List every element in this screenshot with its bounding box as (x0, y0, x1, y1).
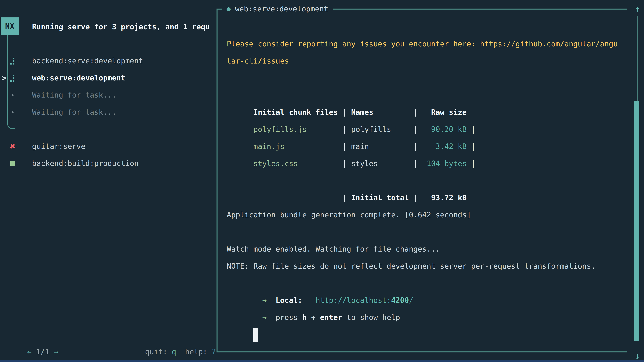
bundle-complete-message: Application bundle generation complete. … (227, 206, 626, 223)
spinner-icon (9, 52, 16, 69)
column-header: Initial chunk files (254, 104, 342, 121)
window-bottom-edge (0, 360, 644, 362)
output-panel-title-text: web:serve:development (235, 4, 328, 13)
task-row[interactable]: web:serve:development (0, 69, 215, 86)
help-label: help: (185, 348, 207, 356)
task-row[interactable]: backend:serve:development (0, 52, 215, 69)
keyboard-hints: quit:qhelp:? (127, 326, 216, 343)
nx-terminal-ui: NX Running serve for 3 projects, and 1 r… (0, 0, 644, 362)
terminal-cursor (254, 328, 258, 342)
scrollbar-thumb[interactable] (634, 101, 639, 341)
waiting-dot-icon (9, 86, 16, 104)
help-key: ? (212, 348, 216, 356)
chunk-name: polyfills (351, 121, 414, 138)
help-hint-post: to show help (347, 313, 400, 322)
chunk-size: 104 bytes (418, 155, 466, 172)
table-header-row: Initial chunk files| Names|Raw size (227, 87, 626, 104)
scroll-up-arrow-icon[interactable]: ↑ (632, 1, 642, 16)
task-label: backend:build:production (32, 155, 139, 172)
prompt-arrow-icon: → (262, 296, 267, 305)
scrollbar-track[interactable] (636, 16, 636, 101)
chunk-name: styles (351, 155, 414, 172)
chunk-name: main (351, 138, 414, 155)
waiting-dot-icon (9, 104, 16, 121)
output-panel-title: ● web:serve:development (222, 0, 333, 17)
prompt-arrow-icon: → (262, 313, 267, 322)
page-title: Running serve for 3 projects, and 1 requ (32, 18, 214, 35)
task-label: web:serve:development (32, 69, 125, 86)
help-key-h: h (302, 313, 307, 322)
chunk-file: styles.css (254, 155, 342, 172)
help-key-enter: enter (320, 313, 342, 322)
task-row[interactable]: backend:build:production (0, 155, 215, 172)
total-label: Initial total (351, 189, 414, 206)
column-header: Names (351, 104, 414, 121)
watch-mode-message: Watch mode enabled. Watching for file ch… (227, 241, 626, 258)
task-label: backend:serve:development (32, 52, 143, 69)
quit-key: q (172, 348, 176, 356)
page-next-arrow-icon[interactable]: → (54, 348, 58, 356)
scrollbar-track[interactable] (637, 16, 638, 101)
page-prev-arrow-icon[interactable]: ← (27, 348, 32, 356)
chunk-file: main.js (254, 138, 342, 155)
running-dot-icon: ● (226, 5, 230, 12)
success-square-icon (9, 155, 16, 172)
column-header: Raw size (418, 104, 466, 121)
chunk-size: 3.42 kB (418, 138, 466, 155)
page-indicator: 1/1 (36, 348, 49, 356)
task-row[interactable]: ✖ guitar:serve (0, 138, 215, 155)
issue-report-notice: Please consider reporting any issues you… (227, 35, 618, 69)
local-label: Local: (276, 296, 302, 305)
task-row[interactable]: Waiting for task... (0, 86, 215, 104)
nx-logo: NX (1, 17, 19, 35)
task-label: Waiting for task... (32, 104, 116, 121)
help-plus: + (311, 313, 316, 322)
quit-label: quit: (145, 348, 167, 356)
local-url-row: →Local:http://localhost:4200/ (227, 275, 626, 292)
task-row[interactable]: Waiting for task... (0, 104, 215, 121)
task-label: Waiting for task... (32, 86, 116, 104)
terminal-output: Please consider reporting any issues you… (227, 35, 626, 326)
pagination: ←1/1→ (10, 326, 58, 343)
spinner-icon (9, 69, 16, 86)
table-total-row: | Initial total|93.72 kB (227, 172, 626, 189)
total-size: 93.72 kB (418, 189, 466, 206)
task-label: guitar:serve (32, 138, 85, 155)
help-hint-pre: press (276, 313, 298, 322)
chunk-size: 90.20 kB (418, 121, 466, 138)
local-url-link[interactable]: http://localhost:4200/ (316, 296, 414, 305)
chunk-file: polyfills.js (254, 121, 342, 138)
failed-cross-icon: ✖ (9, 138, 16, 155)
note-message: NOTE: Raw file sizes do not reflect deve… (227, 258, 626, 275)
